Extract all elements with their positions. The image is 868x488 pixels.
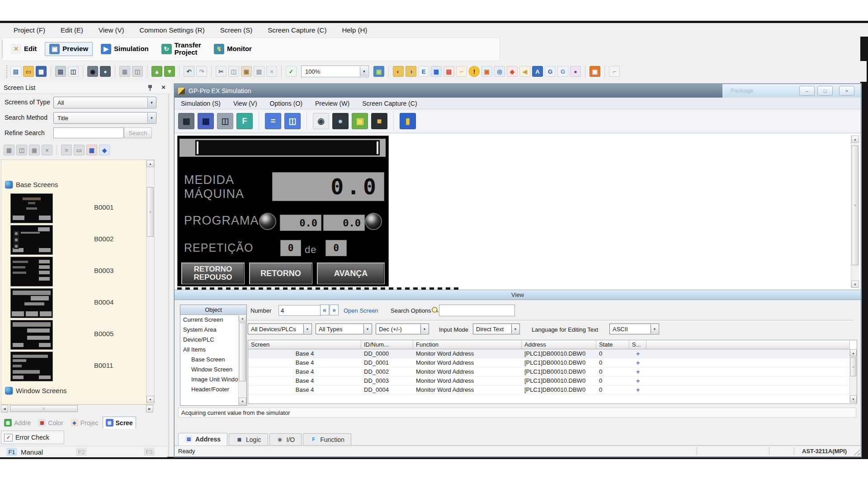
table-row[interactable]: Base 4DD_0000Monitor Word Address[PLC1]D…	[248, 349, 857, 358]
object-item-all-items[interactable]: All Items	[180, 345, 246, 355]
column-header-state[interactable]: State	[596, 340, 629, 349]
sim-grid-watch-icon[interactable]: ▦	[198, 113, 214, 129]
resize-grip[interactable]	[854, 449, 860, 455]
column-header-function[interactable]: Function	[413, 340, 522, 349]
column-header-screen[interactable]: Screen	[248, 340, 361, 349]
gear-doc-icon[interactable]: ●	[570, 66, 581, 77]
sim-menu-view-v[interactable]: View (V)	[233, 100, 257, 107]
screens-of-type-select[interactable]: All ▼	[53, 97, 156, 108]
paste-icon[interactable]: ▣	[241, 66, 252, 77]
sim-menu-screen-capture-c[interactable]: Screen Capture (C)	[362, 100, 417, 107]
watch-table-scrollbar[interactable]: ▲ ≡ ▼	[849, 349, 857, 403]
tab-function[interactable]: FFunction	[303, 433, 351, 445]
language-select[interactable]: ASCII ▼	[609, 324, 659, 334]
scroll-left-icon[interactable]: ◀	[1, 405, 8, 413]
programa-display-2[interactable]: 0.0	[323, 215, 365, 231]
toolbar-grip[interactable]	[2, 40, 4, 57]
cell-s-marker[interactable]: +	[629, 349, 646, 358]
repeticao-display-1[interactable]: 0	[280, 240, 301, 256]
toolbar-grip[interactable]	[6, 65, 9, 78]
scrollbar-thumb[interactable]: ≡	[850, 357, 856, 376]
pin-icon[interactable]	[147, 84, 153, 91]
screen-preview-icon[interactable]: ▣	[373, 66, 384, 77]
search-button[interactable]: Search	[124, 127, 152, 138]
open-project-icon[interactable]: ▭	[23, 66, 34, 77]
hmi-screen[interactable]: MEDIDA MÁQUINA 0.0 PROGRAMA 0.0 0.0 REPE…	[177, 136, 389, 286]
sim-menu-options-o[interactable]: Options (O)	[270, 100, 302, 107]
new-screen-icon[interactable]: ▦	[4, 145, 14, 155]
tab-projec[interactable]: ◆Projec	[67, 417, 102, 429]
globe-doc-icon[interactable]: ◎	[494, 66, 505, 77]
monitor-button[interactable]: ↯Monitor	[209, 42, 256, 56]
delete-screen-icon[interactable]: ×	[42, 145, 52, 155]
key-icon[interactable]: ⌐	[456, 66, 467, 77]
screen-list[interactable]: Base Screens B0001B0002B0003B0004B0005B0…	[1, 160, 155, 404]
cell-s-marker[interactable]: +	[629, 385, 646, 394]
menu-project-f[interactable]: Project (F)	[14, 26, 45, 34]
search-method-select[interactable]: Title ▼	[53, 112, 156, 124]
scroll-down-icon[interactable]: ▼	[851, 281, 859, 288]
simulation-view-scrollbar[interactable]: ▲ ≡ ▼	[851, 136, 859, 288]
print-icon[interactable]: ▤	[55, 66, 66, 77]
sim-menu-simulation-s[interactable]: Simulation (S)	[181, 100, 221, 107]
screen-thumbnail-B0002[interactable]	[10, 225, 53, 255]
copy-screen-icon[interactable]: ◫	[16, 145, 27, 155]
screen-save-icon[interactable]: ▣	[352, 113, 368, 129]
input-mode-select[interactable]: Direct Text ▼	[473, 324, 520, 334]
tab-addre[interactable]: ▦Addre	[1, 417, 34, 429]
number-input[interactable]	[278, 305, 321, 316]
scrollbar-thumb[interactable]: ≡	[10, 405, 78, 412]
fkey-f3[interactable]: F3	[144, 448, 155, 456]
device-view-icon[interactable]: E	[418, 66, 429, 77]
cell-s-marker[interactable]: +	[629, 367, 646, 376]
undo-icon[interactable]: ↶	[184, 66, 194, 77]
menu-help-h[interactable]: Help (H)	[342, 26, 367, 34]
scroll-down-icon[interactable]: ▼	[850, 395, 857, 403]
menu-common-settings-r[interactable]: Common Settings (R)	[139, 26, 204, 34]
programa-display-1[interactable]: 0.0	[280, 215, 321, 231]
sim-device-watch-icon[interactable]: ▦	[178, 113, 194, 129]
copy-icon[interactable]: ◫	[228, 66, 239, 77]
language-change-icon[interactable]: A	[532, 66, 543, 77]
error-check-icon[interactable]: ✓	[286, 66, 297, 77]
screen-list-item[interactable]: B0003	[1, 256, 146, 287]
speaker-icon[interactable]: ◉	[87, 66, 98, 77]
object-item-device-plc[interactable]: Device/PLC	[180, 335, 246, 345]
close-button[interactable]: ×	[839, 86, 854, 96]
download-project-icon[interactable]: ▼	[164, 66, 175, 77]
screen-list-item[interactable]: B0002	[1, 224, 146, 256]
menu-screen-capture-c[interactable]: Screen Capture (C)	[268, 26, 326, 34]
programa-knob-left[interactable]	[259, 213, 276, 230]
object-item-base-screen[interactable]: Base Screen	[180, 355, 246, 365]
fkey-f2[interactable]: F2	[76, 448, 87, 456]
device-filter-select[interactable]: All Devices/PLCs ▼	[248, 324, 312, 334]
caution-icon[interactable]: !	[469, 66, 480, 77]
split-vertical-icon[interactable]: ◫	[284, 113, 301, 129]
maximize-button[interactable]: □	[817, 86, 833, 96]
table-edit-icon[interactable]: ▦	[431, 66, 442, 77]
column-header-id-num[interactable]: ID/Num...	[361, 340, 413, 349]
object-item-image-unit-window-s[interactable]: Image Unit Window S	[180, 375, 246, 385]
scroll-up-icon[interactable]: ▲	[239, 314, 246, 322]
edit-button[interactable]: ✕Edit	[6, 42, 41, 56]
window-screens-group[interactable]: Window Screens	[5, 387, 67, 394]
open-screen-link[interactable]: Open Screen	[344, 307, 378, 314]
scroll-down-icon[interactable]: ▼	[239, 398, 246, 405]
tab-logic[interactable]: ▦Logic	[229, 433, 268, 445]
screen-list-item[interactable]: B0011	[1, 351, 146, 382]
object-item-header-footer[interactable]: Header/Footer	[180, 385, 246, 394]
global-cross-reference-icon[interactable]: G	[545, 66, 556, 77]
sim-menu-preview-w[interactable]: Preview (W)	[315, 100, 349, 107]
type-filter-select[interactable]: All Types ▼	[316, 324, 372, 334]
sim-cable-watch-icon[interactable]: ◫	[217, 113, 233, 129]
hand-doc-icon[interactable]: ▣	[481, 66, 492, 77]
scroll-down-icon[interactable]: ▼	[146, 396, 154, 403]
save-project-icon[interactable]: ▦	[36, 66, 47, 77]
close-icon[interactable]: ×	[161, 83, 165, 91]
new-project-icon[interactable]: ▤	[10, 66, 21, 77]
thumbnail-view-icon[interactable]: ▭	[74, 145, 85, 155]
paste-special-icon[interactable]: ▨	[254, 66, 264, 77]
list-view-icon[interactable]: ≡	[61, 145, 72, 155]
scrollbar-thumb[interactable]	[239, 323, 246, 381]
feature-screen-icon[interactable]: F	[236, 113, 253, 129]
